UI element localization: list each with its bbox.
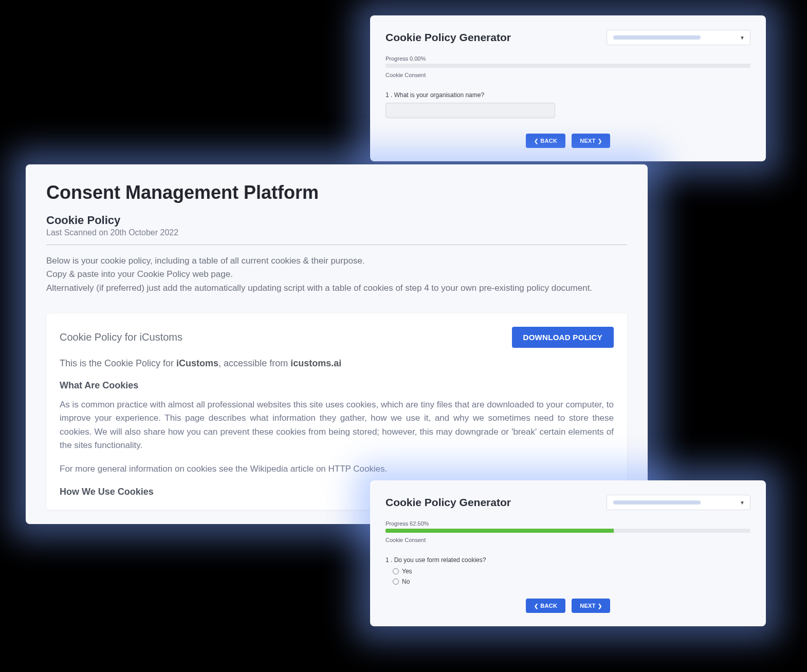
intro-line-3: Alternatively (if preferred) just add th…: [46, 282, 627, 295]
next-button[interactable]: NEXT ❯: [572, 599, 610, 613]
progress-label: Progress 0.00%: [386, 55, 750, 62]
chevron-down-icon: ▼: [740, 500, 745, 506]
generator-dropdown[interactable]: ▼: [607, 30, 750, 45]
progress-section-label: Cookie Consent: [386, 72, 750, 78]
radio-option-no[interactable]: No: [393, 578, 750, 585]
question-text: 1 . What is your organisation name?: [386, 91, 750, 99]
progress-section-label: Cookie Consent: [386, 537, 750, 543]
radio-label-no: No: [402, 578, 410, 585]
next-button[interactable]: NEXT ❯: [572, 134, 610, 148]
chevron-left-icon: ❮: [534, 603, 538, 609]
policy-for-prefix: This is the Cookie Policy for: [60, 358, 176, 368]
chevron-left-icon: ❮: [534, 138, 538, 144]
radio-label-yes: Yes: [402, 568, 412, 575]
organisation-name-input[interactable]: [386, 103, 555, 118]
policy-for-company: iCustoms: [176, 358, 218, 368]
chevron-right-icon: ❯: [598, 138, 602, 144]
page-title: Consent Management Platform: [46, 182, 627, 203]
section-paragraph-2: For more general information on cookies …: [60, 462, 614, 476]
intro-line-1: Below is your cookie policy, including a…: [46, 254, 627, 268]
page-subtitle: Cookie Policy: [46, 214, 627, 227]
next-button-label: NEXT: [580, 138, 596, 144]
chevron-right-icon: ❯: [598, 603, 602, 609]
consent-platform-panel: Consent Management Platform Cookie Polic…: [26, 164, 648, 524]
generator-title: Cookie Policy Generator: [386, 31, 511, 44]
policy-card-title: Cookie Policy for iCustoms: [60, 331, 182, 343]
generator-title: Cookie Policy Generator: [386, 496, 511, 509]
back-button-label: BACK: [540, 138, 557, 144]
progress-bar: [386, 64, 750, 68]
intro-line-2: Copy & paste into your Cookie Policy web…: [46, 268, 627, 281]
divider: [46, 245, 627, 245]
section-heading-what-are-cookies: What Are Cookies: [60, 380, 614, 391]
radio-icon: [393, 568, 399, 574]
radio-group: Yes No: [393, 568, 750, 585]
progress-label: Progress 62.50%: [386, 520, 750, 527]
policy-for-line: This is the Cookie Policy for iCustoms, …: [60, 358, 614, 369]
generator-panel-step2: Cookie Policy Generator ▼ Progress 62.50…: [370, 480, 766, 626]
chevron-down-icon: ▼: [740, 35, 745, 41]
last-scanned-text: Last Scanned on 20th October 2022: [46, 228, 627, 237]
back-button-label: BACK: [540, 603, 557, 609]
generator-dropdown[interactable]: ▼: [607, 495, 750, 510]
radio-option-yes[interactable]: Yes: [393, 568, 750, 575]
next-button-label: NEXT: [580, 603, 596, 609]
download-policy-button[interactable]: DOWNLOAD POLICY: [512, 327, 614, 348]
dropdown-placeholder: [613, 35, 701, 40]
generator-panel-step1: Cookie Policy Generator ▼ Progress 0.00%…: [370, 15, 766, 161]
section-paragraph-1: As is common practice with almost all pr…: [60, 398, 614, 452]
back-button[interactable]: ❮ BACK: [526, 134, 565, 148]
radio-icon: [393, 578, 399, 585]
policy-for-mid: , accessible from: [218, 358, 290, 368]
back-button[interactable]: ❮ BACK: [526, 599, 565, 613]
dropdown-placeholder: [613, 500, 701, 505]
progress-fill: [386, 529, 614, 533]
progress-bar: [386, 529, 750, 533]
policy-for-domain: icustoms.ai: [290, 358, 341, 368]
question-text: 1 . Do you use form related cookies?: [386, 556, 750, 564]
